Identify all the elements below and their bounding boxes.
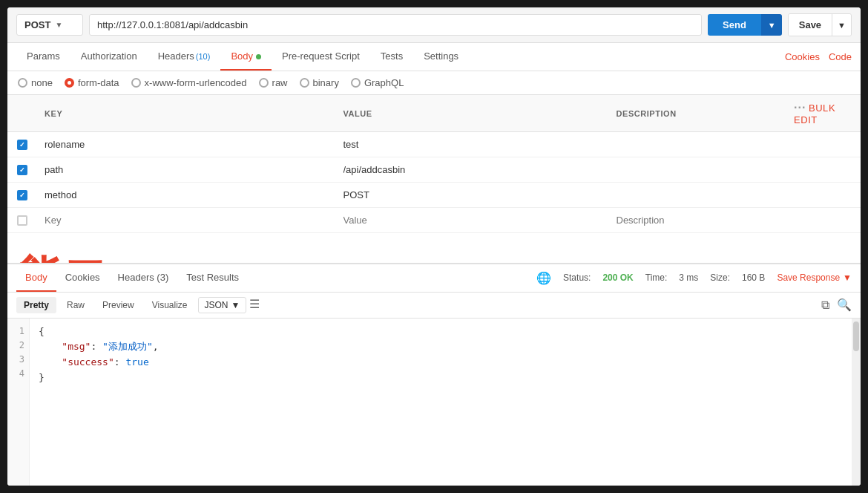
resp-tab-body[interactable]: Body <box>16 264 56 292</box>
send-button[interactable]: Send <box>708 14 761 36</box>
send-btn-group: Send ▼ <box>708 14 782 36</box>
line-numbers: 1 2 3 4 <box>7 319 30 486</box>
placeholder-desc-input[interactable] <box>609 208 787 232</box>
row-0-value-input[interactable] <box>336 132 609 157</box>
placeholder-row <box>7 208 861 233</box>
row-1-actions-cell <box>786 157 861 183</box>
tab-prerequest[interactable]: Pre-request Script <box>272 43 370 71</box>
tab-tests[interactable]: Tests <box>370 43 413 71</box>
row-0-check-cell <box>7 132 37 157</box>
radio-btn-urlencoded <box>131 78 141 88</box>
row-1-desc-input[interactable] <box>609 157 787 182</box>
row-0-value-cell <box>336 132 609 157</box>
save-button[interactable]: Save <box>789 14 832 36</box>
radio-btn-binary <box>300 78 309 88</box>
row-0-key-input[interactable] <box>37 132 336 157</box>
three-dots-icon[interactable]: ··· <box>794 101 806 114</box>
url-bar: POST ▼ Send ▼ Save ▼ <box>7 7 861 43</box>
row-2-check-cell <box>7 183 37 208</box>
time-value: 3 ms <box>679 272 698 283</box>
row-0-checkbox[interactable] <box>17 140 27 150</box>
wrap-icon[interactable]: ☰ <box>249 297 260 313</box>
code-content: { "msg": "添加成功", "success": true } <box>30 319 852 486</box>
response-tabs-right: 🌐 Status: 200 OK Time: 3 ms Size: 160 B … <box>536 271 852 285</box>
format-label: JSON <box>205 300 228 310</box>
row-0-desc-input[interactable] <box>609 132 787 157</box>
placeholder-value-input[interactable] <box>336 208 609 232</box>
size-value: 160 B <box>742 272 765 283</box>
row-1-value-input[interactable] <box>336 157 609 182</box>
radio-urlencoded-label: x-www-form-urlencoded <box>145 77 247 88</box>
response-body-bar: Pretty Raw Preview Visualize JSON ▼ ☰ ⧉ … <box>7 293 861 319</box>
globe-icon: 🌐 <box>536 271 551 285</box>
placeholder-check-cell <box>7 208 37 233</box>
response-body-tabs: Pretty Raw Preview Visualize JSON ▼ ☰ <box>16 297 260 313</box>
body-type-bar: none form-data x-www-form-urlencoded raw… <box>7 71 861 95</box>
row-1-value-cell <box>336 157 609 183</box>
resp-tab-cookies[interactable]: Cookies <box>56 264 109 292</box>
row-1-key-input[interactable] <box>37 157 336 182</box>
placeholder-checkbox[interactable] <box>17 215 27 226</box>
tab-headers[interactable]: Headers(10) <box>148 43 221 71</box>
row-1-checkbox[interactable] <box>17 165 27 175</box>
tabs-right: Cookies Code <box>785 51 852 62</box>
tab-body[interactable]: Body <box>220 43 272 71</box>
radio-formdata[interactable]: form-data <box>65 77 119 88</box>
form-data-table: KEY VALUE DESCRIPTION ··· Bulk Edit <box>7 95 861 233</box>
tab-settings[interactable]: Settings <box>413 43 469 71</box>
status-value: 200 OK <box>602 272 633 283</box>
radio-btn-formdata <box>65 78 74 88</box>
code-link[interactable]: Code <box>829 51 852 62</box>
radio-formdata-label: form-data <box>78 77 119 88</box>
radio-btn-none <box>18 78 27 88</box>
form-data-table-container: KEY VALUE DESCRIPTION ··· Bulk Edit <box>7 95 861 264</box>
rb-tab-pretty[interactable]: Pretty <box>16 297 56 313</box>
rb-tab-visualize[interactable]: Visualize <box>145 297 195 313</box>
save-response-button[interactable]: Save Response ▼ <box>777 272 852 283</box>
row-2-desc-input[interactable] <box>609 183 787 207</box>
table-header-row: KEY VALUE DESCRIPTION ··· Bulk Edit <box>7 95 861 132</box>
table-row <box>7 183 861 208</box>
th-checkbox <box>7 95 37 132</box>
row-0-actions-cell <box>786 132 861 157</box>
radio-urlencoded[interactable]: x-www-form-urlencoded <box>131 77 247 88</box>
code-line-1: { <box>39 324 843 340</box>
response-tabs-left: Body Cookies Headers (3) Test Results <box>16 264 248 292</box>
format-chevron: ▼ <box>231 300 240 310</box>
radio-binary-label: binary <box>313 77 339 88</box>
resp-tab-headers[interactable]: Headers (3) <box>109 264 178 292</box>
radio-graphql[interactable]: GraphQL <box>351 77 404 88</box>
save-dropdown-button[interactable]: ▼ <box>832 14 851 36</box>
radio-binary[interactable]: binary <box>300 77 339 88</box>
row-2-key-input[interactable] <box>37 183 336 207</box>
code-line-2: "msg": "添加成功", <box>39 339 843 355</box>
rb-tab-preview[interactable]: Preview <box>95 297 142 313</box>
placeholder-desc-cell <box>609 208 787 233</box>
row-2-value-input[interactable] <box>336 183 609 207</box>
search-icon[interactable]: 🔍 <box>837 298 852 312</box>
row-2-desc-cell <box>609 183 787 208</box>
scroll-thumb[interactable] <box>853 321 859 351</box>
resp-tab-testresults[interactable]: Test Results <box>177 264 248 292</box>
rb-tab-raw[interactable]: Raw <box>59 297 92 313</box>
watermark-area: 熊二 <box>7 233 861 264</box>
send-dropdown-button[interactable]: ▼ <box>761 14 782 36</box>
row-2-checkbox[interactable] <box>17 190 27 200</box>
tab-authorization[interactable]: Authorization <box>70 43 148 71</box>
radio-none[interactable]: none <box>18 77 53 88</box>
row-1-check-cell <box>7 157 37 183</box>
format-select[interactable]: JSON ▼ <box>198 297 247 313</box>
scroll-track[interactable] <box>852 319 861 486</box>
radio-none-label: none <box>31 77 53 88</box>
th-description: DESCRIPTION <box>609 95 787 132</box>
cookies-link[interactable]: Cookies <box>785 51 820 62</box>
tab-params[interactable]: Params <box>16 43 70 71</box>
code-area: 1 2 3 4 { "msg": "添加成功", "success": true… <box>7 319 861 486</box>
radio-raw[interactable]: raw <box>259 77 288 88</box>
size-label: Size: <box>710 272 730 283</box>
url-input[interactable] <box>89 14 702 36</box>
copy-icon[interactable]: ⧉ <box>821 298 829 312</box>
method-select[interactable]: POST ▼ <box>16 14 83 36</box>
placeholder-value-cell <box>336 208 609 233</box>
placeholder-key-input[interactable] <box>37 208 336 232</box>
